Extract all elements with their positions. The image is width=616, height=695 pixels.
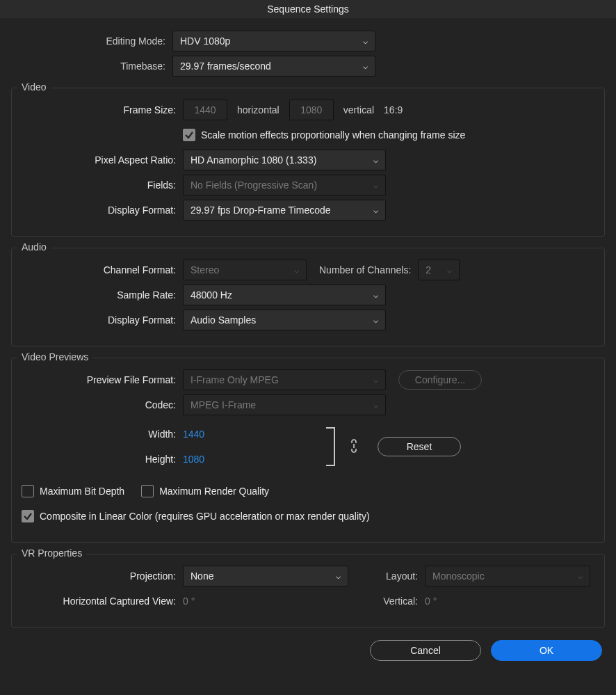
chevron-down-icon: ⌵ [447, 265, 452, 275]
composite-linear-label: Composite in Linear Color (requires GPU … [40, 511, 370, 522]
num-channels-select: 2 ⌵ [418, 259, 460, 280]
num-channels-label: Number of Channels: [319, 264, 411, 275]
dialog-footer: Cancel OK [0, 628, 616, 673]
vertical-label: vertical [343, 104, 374, 115]
video-display-format-value: 29.97 fps Drop-Frame Timecode [191, 205, 331, 216]
frame-size-label: Frame Size: [22, 104, 183, 115]
vert-view-value: 0 ° [425, 596, 437, 607]
par-label: Pixel Aspect Ratio: [22, 154, 183, 166]
num-channels-value: 2 [425, 264, 431, 275]
codec-value: MPEG I-Frame [191, 399, 256, 410]
channel-format-label: Channel Format: [22, 264, 183, 275]
video-display-format-select[interactable]: 29.97 fps Drop-Frame Timecode ⌵ [183, 200, 386, 221]
chevron-down-icon: ⌵ [373, 180, 378, 190]
video-previews-legend: Video Previews [17, 351, 92, 362]
frame-width-input [183, 99, 227, 120]
preview-format-label: Preview File Format: [22, 374, 183, 385]
par-select[interactable]: HD Anamorphic 1080 (1.333) ⌵ [183, 150, 386, 170]
composite-linear-checkbox[interactable]: Composite in Linear Color (requires GPU … [22, 510, 370, 522]
cancel-button[interactable]: Cancel [370, 640, 481, 661]
vert-view-label: Vertical: [348, 596, 418, 607]
scale-motion-checkbox[interactable]: Scale motion effects proportionally when… [183, 129, 465, 141]
chevron-down-icon: ⌵ [373, 400, 378, 410]
editing-mode-label: Editing Mode: [11, 35, 172, 47]
link-icon[interactable] [341, 438, 366, 456]
sample-rate-label: Sample Rate: [22, 289, 183, 301]
max-bit-depth-checkbox[interactable]: Maximum Bit Depth [22, 485, 124, 497]
audio-display-format-select[interactable]: Audio Samples ⌵ [183, 310, 386, 330]
checkbox-checked-icon [183, 129, 195, 141]
sample-rate-value: 48000 Hz [191, 289, 232, 301]
configure-button: Configure... [398, 370, 482, 390]
codec-label: Codec: [22, 399, 183, 410]
editing-mode-select[interactable]: HDV 1080p ⌵ [172, 31, 375, 51]
fields-value: No Fields (Progressive Scan) [191, 179, 317, 191]
preview-format-select: I-Frame Only MPEG ⌵ [183, 369, 386, 390]
layout-value: Monoscopic [432, 570, 485, 582]
timebase-select[interactable]: 29.97 frames/second ⌵ [172, 56, 375, 77]
max-render-quality-checkbox[interactable]: Maximum Render Quality [141, 485, 269, 497]
chevron-down-icon: ⌵ [578, 571, 583, 581]
max-bit-depth-label: Maximum Bit Depth [40, 486, 124, 497]
preview-height-value[interactable]: 1080 [183, 454, 322, 465]
checkbox-checked-icon [22, 510, 34, 522]
checkbox-unchecked-icon [22, 485, 34, 497]
configure-label: Configure... [415, 374, 465, 385]
ok-button[interactable]: OK [491, 640, 602, 661]
fields-select: No Fields (Progressive Scan) ⌵ [183, 175, 386, 195]
ok-label: OK [540, 645, 553, 656]
par-value: HD Anamorphic 1080 (1.333) [191, 154, 316, 166]
preview-width-value[interactable]: 1440 [183, 429, 322, 440]
audio-display-format-label: Display Format: [22, 314, 183, 326]
chevron-down-icon: ⌵ [363, 36, 368, 46]
vr-group: VR Properties Projection: None ⌵ Layout:… [11, 554, 605, 628]
layout-select: Monoscopic ⌵ [425, 566, 590, 586]
audio-group: Audio Channel Format: Stereo ⌵ Number of… [11, 248, 605, 346]
reset-button[interactable]: Reset [378, 437, 461, 456]
chevron-down-icon: ⌵ [336, 571, 341, 581]
horiz-view-label: Horizontal Captured View: [22, 596, 183, 607]
projection-select[interactable]: None ⌵ [183, 566, 348, 586]
checkbox-unchecked-icon [141, 485, 154, 497]
timebase-label: Timebase: [11, 61, 172, 72]
chevron-down-icon: ⌵ [373, 315, 378, 325]
channel-format-select: Stereo ⌵ [183, 259, 307, 280]
max-render-quality-label: Maximum Render Quality [159, 486, 269, 497]
chevron-down-icon: ⌵ [373, 290, 378, 300]
sequence-settings-dialog: Sequence Settings Editing Mode: HDV 1080… [0, 0, 616, 695]
codec-select: MPEG I-Frame ⌵ [183, 394, 386, 415]
projection-value: None [191, 570, 213, 582]
video-legend: Video [17, 81, 51, 93]
audio-legend: Audio [17, 241, 51, 253]
horiz-view-value: 0 ° [183, 596, 348, 607]
horizontal-label: horizontal [237, 104, 279, 115]
dialog-title: Sequence Settings [0, 0, 616, 18]
chevron-down-icon: ⌵ [373, 205, 378, 215]
vr-legend: VR Properties [17, 548, 86, 559]
editing-mode-value: HDV 1080p [180, 35, 230, 47]
channel-format-value: Stereo [191, 264, 219, 275]
chevron-down-icon: ⌵ [373, 375, 378, 385]
scale-motion-label: Scale motion effects proportionally when… [201, 129, 465, 141]
preview-format-value: I-Frame Only MPEG [191, 374, 279, 385]
frame-height-input [289, 99, 334, 120]
reset-label: Reset [407, 441, 432, 452]
projection-label: Projection: [22, 570, 183, 582]
aspect-ratio-label: 16:9 [384, 104, 403, 115]
video-previews-group: Video Previews Preview File Format: I-Fr… [11, 358, 605, 543]
preview-width-label: Width: [22, 429, 183, 440]
video-display-format-label: Display Format: [22, 205, 183, 216]
sample-rate-select[interactable]: 48000 Hz ⌵ [183, 285, 386, 305]
fields-label: Fields: [22, 179, 183, 191]
preview-height-label: Height: [22, 454, 183, 465]
timebase-value: 29.97 frames/second [180, 61, 271, 72]
layout-label: Layout: [348, 570, 418, 582]
chevron-down-icon: ⌵ [363, 61, 368, 71]
cancel-label: Cancel [410, 645, 441, 656]
audio-display-format-value: Audio Samples [191, 314, 256, 326]
video-group: Video Frame Size: horizontal vertical 16… [11, 88, 605, 237]
chevron-down-icon: ⌵ [294, 265, 299, 275]
link-bracket-icon [322, 426, 341, 467]
chevron-down-icon: ⌵ [373, 155, 378, 165]
